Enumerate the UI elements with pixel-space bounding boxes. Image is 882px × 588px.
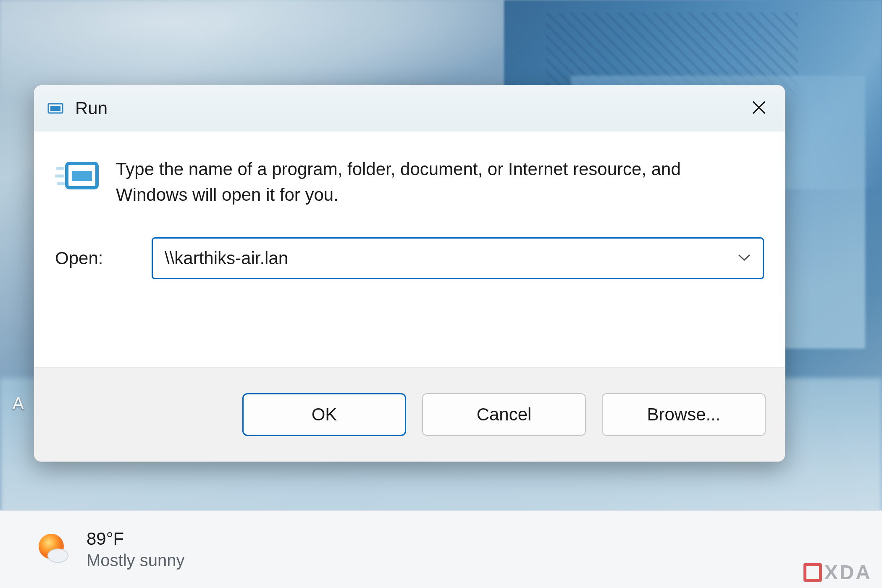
svg-point-5 <box>48 549 68 562</box>
weather-condition: Mostly sunny <box>87 550 184 571</box>
svg-rect-1 <box>50 106 60 111</box>
run-dialog: Run Type the name of a p <box>34 85 785 462</box>
chevron-down-icon <box>737 256 751 263</box>
dialog-body: Type the name of a program, folder, docu… <box>34 131 785 367</box>
svg-rect-3 <box>72 171 92 181</box>
cancel-button[interactable]: Cancel <box>422 393 586 436</box>
dialog-title: Run <box>75 98 108 118</box>
run-icon <box>55 157 99 198</box>
dialog-description: Type the name of a program, folder, docu… <box>116 157 725 208</box>
run-titlebar-icon <box>47 100 64 117</box>
browse-button[interactable]: Browse... <box>602 393 766 436</box>
watermark-logo-icon <box>803 563 822 582</box>
desktop-background: A Run <box>0 0 882 588</box>
open-label: Open: <box>55 248 135 268</box>
titlebar[interactable]: Run <box>34 85 785 131</box>
weather-widget[interactable]: 89°F Mostly sunny <box>34 528 184 571</box>
close-icon <box>751 100 767 117</box>
open-dropdown-button[interactable] <box>737 253 751 264</box>
taskbar[interactable]: 89°F Mostly sunny XDA <box>0 510 882 588</box>
open-field-wrap <box>152 237 764 279</box>
weather-temperature: 89°F <box>87 528 184 550</box>
close-button[interactable] <box>742 92 776 125</box>
ok-button[interactable]: OK <box>242 393 406 436</box>
open-input[interactable] <box>152 237 764 279</box>
dialog-footer: OK Cancel Browse... <box>34 367 785 462</box>
watermark: XDA <box>803 561 872 584</box>
weather-sunny-icon <box>34 530 71 569</box>
desktop-icon-label-partial: A <box>13 394 24 413</box>
watermark-text: XDA <box>824 561 872 584</box>
